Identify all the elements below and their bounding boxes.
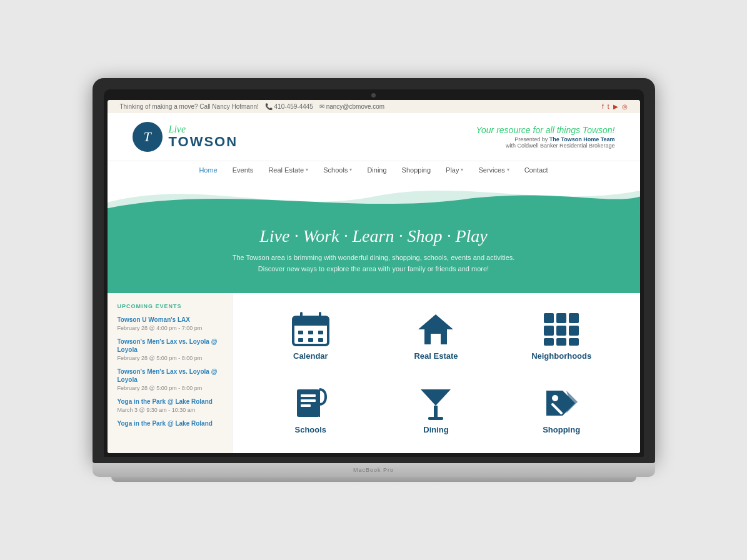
nav-dining[interactable]: Dining (367, 166, 386, 174)
nav-play[interactable]: Play ▾ (446, 166, 463, 174)
svg-rect-15 (544, 326, 554, 336)
logo-live: Live (169, 124, 238, 135)
event-item-3[interactable]: Towson's Men's Lax vs. Loyola @ Loyola F… (118, 368, 222, 391)
nav-home[interactable]: Home (199, 166, 217, 174)
laptop-base: MacBook Pro (93, 463, 655, 477)
svg-rect-17 (569, 326, 579, 336)
svg-rect-16 (556, 326, 566, 336)
svg-rect-6 (318, 331, 323, 334)
svg-rect-26 (434, 406, 438, 417)
site-nav: Home Events Real Estate ▾ Schools ▾ Dini… (108, 161, 640, 179)
top-bar: Thinking of making a move? Call Nancy Ho… (108, 100, 640, 113)
sidebar-title: UPCOMING EVENTS (118, 303, 222, 309)
svg-rect-13 (556, 313, 566, 323)
event-item-5[interactable]: Yoga in the Park @ Lake Roland (118, 419, 222, 428)
logo-circle: T (133, 122, 163, 152)
events-sidebar: UPCOMING EVENTS Towson U Woman's LAX Feb… (108, 293, 233, 453)
header-tagline: Your resource for all things Towson! Pre… (476, 125, 614, 149)
hero-title: Live · Work · Learn · Shop · Play (133, 226, 615, 246)
social-icons: f t ▶ ◎ (602, 103, 628, 110)
event-date-2: February 28 @ 5:00 pm - 8:00 pm (118, 355, 222, 361)
tagline-brokerage: with Coldwell Banker Residential Brokera… (506, 142, 615, 149)
nav-shopping[interactable]: Shopping (402, 166, 431, 174)
svg-rect-19 (556, 338, 566, 346)
twitter-icon[interactable]: t (608, 103, 609, 110)
svg-rect-4 (298, 331, 303, 334)
svg-rect-7 (298, 338, 303, 342)
svg-rect-9 (318, 338, 323, 342)
camera (371, 93, 376, 98)
svg-rect-14 (569, 313, 579, 323)
svg-rect-23 (301, 399, 316, 402)
event-item-4[interactable]: Yoga in the Park @ Lake Roland March 3 @… (118, 398, 222, 413)
dining-label: Dining (423, 425, 448, 434)
tagline-sub: Presented by The Towson Home Team with C… (476, 136, 614, 149)
svg-rect-21 (297, 389, 319, 417)
grid-item-schools[interactable]: Schools (251, 379, 371, 441)
grid-item-calendar[interactable]: Calendar (251, 306, 371, 367)
site-header: T Live TOWSON Your resource for all thin… (108, 113, 640, 161)
youtube-icon[interactable]: ▶ (613, 103, 618, 110)
event-title-2[interactable]: Towson's Men's Lax vs. Loyola @ Loyola (118, 338, 222, 354)
dining-icon (417, 386, 454, 420)
hero-description: The Towson area is brimming with wonderf… (133, 252, 615, 274)
svg-rect-18 (544, 338, 554, 346)
event-title-1[interactable]: Towson U Woman's LAX (118, 316, 222, 324)
logo-towson: TOWSON (169, 134, 238, 149)
event-date-1: February 28 @ 4:00 pm - 7:00 pm (118, 325, 222, 331)
grid-item-shopping[interactable]: Shopping (502, 379, 621, 441)
contact-info: Thinking of making a move? Call Nancy Ho… (120, 103, 385, 110)
nav-contact[interactable]: Contact (524, 166, 548, 174)
screen-bezel: Thinking of making a move? Call Nancy Ho… (104, 89, 644, 458)
event-title-4[interactable]: Yoga in the Park @ Lake Roland (118, 398, 222, 406)
top-bar-message: Thinking of making a move? Call Nancy Ho… (120, 103, 259, 110)
event-item-1[interactable]: Towson U Woman's LAX February 28 @ 4:00 … (118, 316, 222, 331)
event-date-3: February 28 @ 5:00 pm - 8:00 pm (118, 385, 222, 391)
hero-wave-top (108, 179, 640, 214)
event-item-2[interactable]: Towson's Men's Lax vs. Loyola @ Loyola F… (118, 338, 222, 361)
svg-rect-22 (301, 394, 316, 397)
main-icon-grid: Calendar Real Estate (233, 293, 640, 453)
real-estate-label: Real Estate (414, 351, 458, 361)
logo-area[interactable]: T Live TOWSON (133, 122, 238, 152)
laptop-model-label: MacBook Pro (353, 467, 394, 473)
svg-rect-24 (301, 404, 311, 407)
schools-icon (292, 386, 329, 420)
svg-point-28 (552, 395, 558, 401)
nav-services[interactable]: Services ▾ (478, 166, 509, 174)
shopping-icon (543, 386, 580, 420)
nav-real-estate[interactable]: Real Estate ▾ (268, 166, 308, 174)
top-bar-phone[interactable]: 📞 410-459-4445 (265, 103, 313, 110)
svg-rect-20 (569, 338, 579, 346)
nav-schools[interactable]: Schools ▾ (323, 166, 352, 174)
svg-rect-1 (293, 317, 328, 326)
screen-frame: Thinking of making a move? Call Nancy Ho… (93, 78, 655, 464)
grid-item-neighborhoods[interactable]: Neighborhoods (502, 306, 621, 367)
svg-rect-5 (308, 331, 313, 334)
svg-rect-11 (431, 334, 441, 344)
svg-marker-25 (421, 389, 451, 406)
laptop-foot (111, 477, 636, 482)
calendar-label: Calendar (293, 351, 328, 361)
calendar-icon (292, 312, 329, 346)
instagram-icon[interactable]: ◎ (622, 103, 628, 110)
hero-content: Live · Work · Learn · Shop · Play The To… (108, 214, 640, 293)
event-title-5[interactable]: Yoga in the Park @ Lake Roland (118, 419, 222, 428)
logo-text: Live TOWSON (169, 124, 238, 150)
tagline-presented: Presented by (514, 136, 548, 142)
content-area: UPCOMING EVENTS Towson U Woman's LAX Feb… (108, 293, 640, 453)
browser-screen: Thinking of making a move? Call Nancy Ho… (108, 100, 640, 454)
grid-item-dining[interactable]: Dining (376, 379, 496, 441)
top-bar-email[interactable]: ✉ nancy@cbmove.com (319, 103, 384, 110)
svg-rect-12 (544, 313, 554, 323)
tagline-main: Your resource for all things Towson! (476, 125, 614, 135)
neighborhoods-icon (543, 312, 580, 346)
facebook-icon[interactable]: f (602, 103, 604, 110)
house-icon (417, 312, 454, 346)
svg-rect-8 (308, 338, 313, 342)
tagline-team: The Towson Home Team (549, 136, 615, 142)
hero-section: Live · Work · Learn · Shop · Play The To… (108, 179, 640, 294)
event-title-3[interactable]: Towson's Men's Lax vs. Loyola @ Loyola (118, 368, 222, 384)
nav-events[interactable]: Events (233, 166, 254, 174)
grid-item-real-estate[interactable]: Real Estate (376, 306, 496, 367)
